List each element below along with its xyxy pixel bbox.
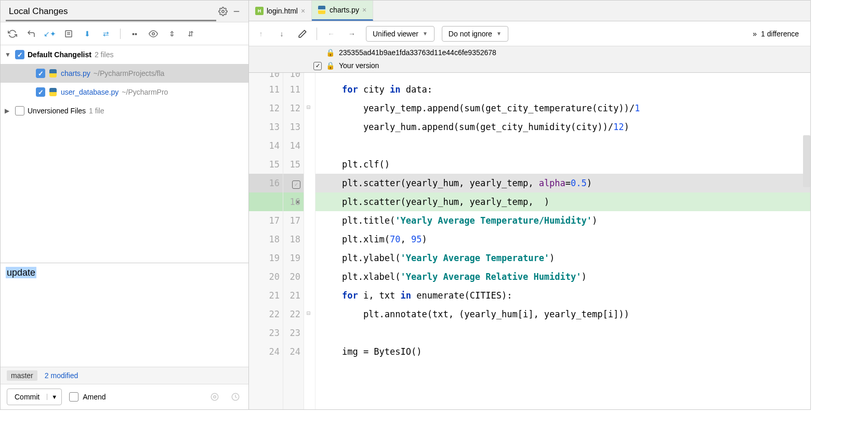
viewer-mode-dropdown[interactable]: Unified viewer ▼: [366, 26, 435, 42]
gear-icon[interactable]: [208, 390, 221, 404]
preview-icon[interactable]: [147, 27, 160, 41]
expand-icon[interactable]: ⇕: [165, 27, 179, 41]
file-name: user_database.py: [61, 88, 119, 96]
lock-icon: 🔒: [326, 48, 335, 57]
changelist-node[interactable]: ▼ Default Changelist 2 files: [1, 45, 248, 64]
diff-header: 🔒 235355ad41b9ae1fda33763d11e44c6fe93526…: [249, 46, 810, 73]
more-icon[interactable]: »: [753, 30, 757, 38]
prev-diff-icon[interactable]: ↑: [254, 27, 268, 41]
diff-toolbar: ↑ ↓ ← → Unified viewer ▼ Do not ignore ▼…: [249, 21, 810, 46]
unversioned-node[interactable]: ▶ Unversioned Files 1 file: [1, 101, 248, 120]
include-line-checkbox[interactable]: [313, 62, 322, 70]
commit-message-text: update: [6, 267, 36, 278]
gutter-right: 101112131415 ×161718192021222324: [283, 73, 304, 410]
diff-icon[interactable]: [62, 27, 75, 41]
local-changes-panel: Local Changes ↙✦ ⬇ ⇄ ▪▪ ⇕ ⇵ ▼ Default Ch…: [1, 1, 249, 409]
diff-count: » 1 difference: [753, 30, 805, 38]
edit-icon[interactable]: [296, 27, 309, 41]
close-icon[interactable]: ×: [362, 6, 366, 14]
expand-arrow-icon[interactable]: ▶: [5, 107, 12, 114]
diff-view[interactable]: 101112131415161718192021222324 101112131…: [249, 73, 810, 410]
code-content[interactable]: for city in data: yearly_temp.append(sum…: [315, 73, 810, 410]
svg-point-6: [214, 396, 216, 398]
your-version-label: Your version: [339, 61, 379, 70]
gutter-left: 101112131415161718192021222324: [249, 73, 283, 410]
file-checkbox[interactable]: [36, 87, 45, 97]
lock-icon: 🔒: [326, 61, 335, 70]
changelist-icon[interactable]: ⇄: [99, 27, 113, 41]
fold-margin: ⊟⊟: [304, 73, 315, 410]
svg-point-0: [222, 10, 225, 12]
expand-arrow-icon[interactable]: ▼: [5, 51, 12, 58]
chevron-down-icon: ▼: [423, 31, 428, 36]
commit-hash: 235355ad41b9ae1fda33763d11e44c6fe9352678: [339, 48, 496, 57]
unversioned-checkbox[interactable]: [15, 106, 24, 115]
rollback-icon[interactable]: [24, 27, 38, 41]
svg-point-7: [211, 393, 218, 401]
amend-checkbox[interactable]: Amend: [69, 392, 106, 402]
changes-tree: ▼ Default Changelist 2 files charts.py ~…: [1, 45, 248, 263]
editor-tabs: login.html × charts.py ×: [249, 1, 810, 21]
minimize-icon[interactable]: [230, 5, 243, 18]
panel-title: Local Changes: [6, 6, 216, 21]
separator: [317, 28, 317, 40]
amend-check[interactable]: [69, 392, 78, 402]
shelve-icon[interactable]: ⬇: [81, 27, 94, 41]
python-file-icon: [318, 6, 326, 14]
commit-bar: Commit ▼ Amend: [1, 384, 248, 409]
python-file-icon: [48, 87, 58, 97]
changelist-checkbox[interactable]: [15, 50, 24, 59]
collapse-icon[interactable]: ⇵: [184, 27, 198, 41]
branch-badge: master: [7, 370, 37, 381]
editor-panel: login.html × charts.py × ↑ ↓ ← → Unified…: [249, 1, 810, 409]
update-icon[interactable]: ↙✦: [43, 27, 57, 41]
commit-message-field[interactable]: update: [1, 263, 248, 367]
file-path: ~/PycharmProjects/fla: [94, 69, 165, 78]
python-file-icon: [48, 69, 58, 78]
ignore-mode-dropdown[interactable]: Do not ignore ▼: [442, 26, 508, 42]
group-icon[interactable]: ▪▪: [128, 27, 141, 41]
file-checkbox[interactable]: [36, 69, 45, 78]
back-icon[interactable]: ←: [324, 27, 338, 41]
file-path: ~/PycharmPro: [122, 88, 168, 96]
svg-point-5: [152, 32, 155, 35]
unversioned-title: Unversioned Files: [28, 107, 86, 115]
gear-icon[interactable]: [216, 5, 230, 18]
chevron-down-icon: ▼: [496, 31, 502, 36]
commit-dropdown-icon[interactable]: ▼: [47, 394, 61, 400]
html-file-icon: [255, 7, 264, 15]
modified-link[interactable]: 2 modified: [45, 371, 78, 380]
changelist-title: Default Changelist: [28, 50, 91, 59]
separator: [120, 29, 121, 39]
tab-charts-py[interactable]: charts.py ×: [312, 1, 373, 21]
close-icon[interactable]: ×: [301, 7, 305, 15]
include-line-checkbox[interactable]: [292, 180, 300, 189]
commit-button[interactable]: Commit ▼: [7, 389, 62, 405]
forward-icon[interactable]: →: [345, 27, 359, 41]
changelist-count: 2 files: [95, 50, 114, 59]
file-row[interactable]: user_database.py ~/PycharmPro: [1, 83, 248, 101]
scrollbar[interactable]: [803, 135, 810, 187]
status-bar: master 2 modified: [1, 367, 248, 384]
unversioned-count: 1 file: [89, 107, 104, 115]
next-diff-icon[interactable]: ↓: [275, 27, 288, 41]
tab-login-html[interactable]: login.html ×: [249, 1, 312, 21]
changes-toolbar: ↙✦ ⬇ ⇄ ▪▪ ⇕ ⇵: [1, 22, 248, 45]
panel-header: Local Changes: [1, 1, 248, 22]
history-icon[interactable]: [229, 390, 242, 404]
file-name: charts.py: [61, 69, 90, 78]
file-row[interactable]: charts.py ~/PycharmProjects/fla: [1, 64, 248, 83]
refresh-icon[interactable]: [6, 27, 19, 41]
